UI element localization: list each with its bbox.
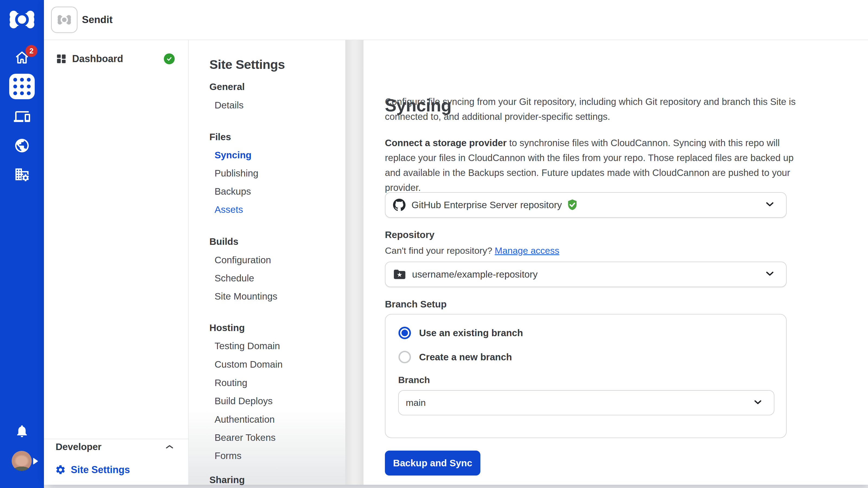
dashboard-label: Dashboard [72, 51, 123, 66]
backup-and-sync-button[interactable]: Backup and Sync [385, 451, 480, 476]
app-rail: 2 [0, 0, 44, 488]
radio-unselected-icon [399, 351, 411, 363]
site-logo[interactable] [51, 6, 78, 33]
dot-grid [13, 78, 31, 95]
nav-item-site-mountings[interactable]: Site Mountings [215, 290, 278, 303]
radio-new-label: Create a new branch [419, 352, 512, 362]
nav-item-publishing[interactable]: Publishing [215, 166, 258, 180]
site-name: Sendit [82, 0, 113, 40]
organization-settings-icon[interactable] [14, 166, 30, 182]
nav-heading-hosting: Hosting [209, 321, 245, 334]
nav-item-custom-domain[interactable]: Custom Domain [215, 358, 283, 371]
branch-setup-group: Use an existing branch Create a new bran… [385, 314, 786, 438]
site-nav-column: Dashboard Developer Site Settin [44, 40, 189, 485]
provider-select-value: GitHub Enterprise Server repository [411, 199, 562, 210]
nav-heading-files: Files [209, 130, 231, 144]
radio-existing-label: Use an existing branch [419, 327, 523, 338]
nav-item-assets[interactable]: Assets [215, 203, 243, 216]
topbar: Sendit [44, 0, 868, 40]
repository-select[interactable]: username/example-repository [385, 262, 786, 287]
main-content: Syncing Configure file syncing from your… [364, 40, 868, 485]
nav-item-details[interactable]: Details [215, 98, 244, 112]
chevron-down-icon [766, 202, 774, 208]
gear-icon [55, 464, 66, 476]
chevron-down-icon [754, 400, 762, 405]
branch-setup-label: Branch Setup [385, 299, 447, 310]
divider [44, 438, 188, 439]
manage-access-link[interactable]: Manage access [495, 246, 559, 256]
nav-heading-sharing: Sharing [209, 473, 245, 487]
radio-use-existing-branch[interactable]: Use an existing branch [399, 326, 523, 340]
nav-item-authentication[interactable]: Authentication [215, 413, 275, 426]
nav-item-bearer-tokens[interactable]: Bearer Tokens [215, 431, 276, 444]
radio-selected-icon [399, 327, 411, 339]
developer-section-toggle[interactable]: Developer [44, 440, 188, 454]
nav-item-routing[interactable]: Routing [215, 376, 247, 390]
sidebar-item-dashboard[interactable]: Dashboard [44, 51, 188, 66]
sidebar-expand-handle[interactable] [33, 458, 38, 464]
connect-paragraph: Connect a storage provider to synchronis… [385, 135, 797, 195]
nav-item-build-deploys[interactable]: Build Deploys [215, 394, 273, 408]
nav-item-syncing[interactable]: Syncing [215, 148, 251, 162]
apps-grid-icon[interactable] [9, 74, 35, 99]
site-settings-label: Site Settings [71, 462, 130, 478]
branch-select[interactable]: main [398, 390, 774, 415]
developer-label: Developer [56, 440, 101, 454]
chevron-up-icon [165, 444, 174, 450]
settings-nav-column: Site Settings General Details Files Sync… [189, 40, 345, 485]
globe-icon[interactable] [14, 137, 30, 154]
nav-heading-builds: Builds [209, 235, 239, 248]
repository-help-text: Can't find your repository? [385, 246, 492, 256]
nav-item-forms[interactable]: Forms [215, 449, 241, 462]
shield-check-icon [567, 199, 578, 211]
settings-nav-title: Site Settings [209, 56, 285, 72]
cloudcannon-logo-icon[interactable] [8, 5, 36, 34]
repository-help-line: Can't find your repository?Manage access [385, 246, 559, 256]
branch-select-value: main [406, 397, 426, 408]
nav-item-backups[interactable]: Backups [215, 185, 251, 198]
repository-select-value: username/example-repository [412, 269, 538, 280]
github-icon [393, 199, 405, 211]
avatar[interactable] [12, 451, 32, 471]
nav-item-schedule[interactable]: Schedule [215, 271, 254, 285]
repository-label: Repository [385, 229, 435, 240]
intro-paragraph: Configure file syncing from your Git rep… [385, 94, 797, 124]
column-gutter [345, 40, 364, 485]
dashboard-icon [56, 54, 66, 65]
check-circle-icon [164, 54, 175, 64]
notification-count-badge: 2 [26, 45, 37, 57]
nav-item-testing-domain[interactable]: Testing Domain [215, 339, 280, 353]
radio-create-new-branch[interactable]: Create a new branch [399, 350, 512, 364]
connect-paragraph-lead: Connect a storage provider [385, 138, 507, 148]
sidebar-item-site-settings[interactable]: Site Settings [44, 462, 188, 478]
bell-icon[interactable] [14, 424, 29, 438]
repo-folder-icon [393, 269, 406, 280]
workspace-panel: Sendit Dashboard Developer [44, 0, 868, 485]
nav-heading-general: General [209, 80, 245, 94]
devices-icon[interactable] [13, 108, 30, 125]
nav-item-configuration[interactable]: Configuration [215, 253, 271, 267]
storage-provider-select[interactable]: GitHub Enterprise Server repository [385, 192, 786, 218]
branch-label: Branch [398, 375, 430, 385]
chevron-down-icon [766, 272, 774, 278]
